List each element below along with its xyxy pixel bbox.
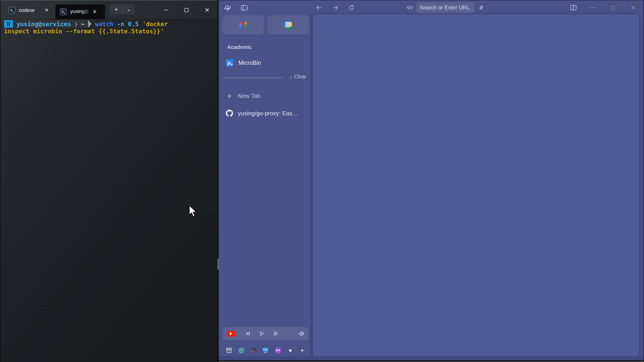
workspace-earth-icon[interactable] bbox=[236, 345, 247, 356]
minimize-icon bbox=[164, 10, 168, 10]
forward-button[interactable] bbox=[332, 3, 340, 12]
youtube-icon[interactable] bbox=[227, 331, 235, 337]
gmail-icon bbox=[238, 21, 248, 28]
terminal-prompt-line: N yusing@services ❯ ~ watch -n 0.5 'dock… bbox=[4, 20, 168, 28]
essential-tab-gmail[interactable] bbox=[222, 15, 264, 34]
browser-bottom-edge bbox=[219, 356, 643, 362]
maximize-icon bbox=[184, 8, 188, 12]
terminal-new-tab-button[interactable]: + bbox=[110, 6, 122, 12]
next-track-button[interactable] bbox=[273, 331, 278, 337]
terminal-screen[interactable]: N yusing@services ❯ ~ watch -n 0.5 'dock… bbox=[0, 19, 217, 362]
essential-tab-google-calendar[interactable]: 21 bbox=[268, 15, 309, 34]
screen: >_ codese ✕ >_ yusing@ ✕ + ⌄ ✕ bbox=[0, 0, 644, 362]
workspace-dot-indicator[interactable] bbox=[284, 345, 296, 356]
powershell-icon: >_ bbox=[8, 7, 15, 14]
tab-title: MicroBin bbox=[238, 59, 261, 66]
prompt-node-badge: N bbox=[4, 20, 13, 28]
terminal-window: >_ codese ✕ >_ yusing@ ✕ + ⌄ ✕ bbox=[0, 0, 217, 362]
terminal-maximize-button[interactable] bbox=[176, 1, 197, 19]
github-icon bbox=[226, 110, 233, 117]
plus-icon: + bbox=[227, 92, 232, 100]
terminal-tab-label: yusing@ bbox=[70, 8, 90, 14]
tab-close-icon[interactable]: ✕ bbox=[45, 8, 49, 13]
browser-window: ✕ 21 bbox=[219, 0, 644, 362]
powershell-icon: >_ bbox=[60, 8, 67, 15]
play-button[interactable] bbox=[259, 331, 265, 337]
tab-title: yusing/go-proxy: Easy… bbox=[238, 110, 300, 117]
back-button[interactable] bbox=[315, 3, 323, 12]
new-tab-button[interactable]: + New Tab bbox=[222, 89, 310, 102]
prompt-path: ~ bbox=[81, 20, 84, 27]
browser-minimize-button[interactable] bbox=[587, 3, 597, 12]
terminal-command: watch -n 0.5 'docker bbox=[95, 20, 168, 27]
microbin-icon: μ bbox=[226, 59, 234, 67]
url-input[interactable] bbox=[420, 4, 471, 11]
plus-icon: + bbox=[300, 347, 304, 354]
svg-text:21: 21 bbox=[286, 22, 290, 26]
terminal-minimize-button[interactable] bbox=[156, 1, 176, 19]
link-icon[interactable] bbox=[406, 4, 414, 11]
google-calendar-icon: 21 bbox=[284, 21, 292, 28]
workspace-label: Academic bbox=[227, 44, 252, 50]
movie-camera-glyph bbox=[250, 348, 257, 353]
reload-button[interactable] bbox=[348, 3, 356, 12]
terminal-new-tab-group: + ⌄ bbox=[110, 4, 135, 14]
mouse-cursor bbox=[188, 205, 198, 219]
prompt-user-segment: yusing@services ❯ ~ bbox=[13, 20, 88, 28]
url-bar[interactable] bbox=[416, 2, 474, 13]
terminal-tab-bar: >_ codese ✕ >_ yusing@ ✕ + ⌄ ✕ bbox=[0, 0, 217, 19]
maximize-icon bbox=[611, 6, 615, 9]
tabs-divider bbox=[223, 77, 283, 78]
divider-grip[interactable] bbox=[218, 259, 219, 270]
terminal-command-line2: inspect microbin --format {{.State.Statu… bbox=[4, 28, 164, 35]
prompt-user: yusing@services bbox=[16, 20, 71, 27]
browser-content-area bbox=[312, 14, 639, 356]
workspace-devil-icon[interactable] bbox=[272, 345, 284, 356]
split-view-button[interactable] bbox=[569, 3, 578, 12]
workspace-movie-camera-icon[interactable] bbox=[248, 345, 260, 356]
media-player bbox=[223, 327, 309, 340]
workspace-computer-icon[interactable] bbox=[260, 345, 271, 356]
terminal-tab-dropdown-button[interactable]: ⌄ bbox=[123, 8, 135, 11]
terminal-tab-yusing[interactable]: >_ yusing@ ✕ bbox=[56, 4, 105, 19]
clear-label: Clear bbox=[294, 74, 306, 80]
workspace-switcher: + bbox=[219, 345, 312, 356]
browser-close-button[interactable]: ✕ bbox=[628, 3, 638, 12]
terminal-tab-codese[interactable]: >_ codese ✕ bbox=[4, 4, 53, 16]
terminal-caption-buttons: ✕ bbox=[156, 1, 217, 19]
new-tab-label: New Tab bbox=[238, 92, 260, 99]
tab-close-icon[interactable]: ✕ bbox=[92, 9, 96, 14]
terminal-tab-label: codese bbox=[19, 7, 35, 13]
arrow-down-icon: ↓ bbox=[290, 74, 292, 80]
prompt-chevron: ❯ bbox=[74, 20, 78, 27]
volume-icon[interactable] bbox=[298, 331, 304, 337]
workspace-archive-icon[interactable] bbox=[223, 345, 235, 356]
toolbar-settings-sliders-icon[interactable] bbox=[477, 4, 485, 11]
desktop-computer-glyph bbox=[262, 347, 269, 354]
browser-maximize-button[interactable] bbox=[608, 3, 618, 12]
add-workspace-button[interactable]: + bbox=[296, 345, 308, 356]
previous-track-button[interactable] bbox=[245, 331, 251, 337]
clear-tabs-button[interactable]: ↓ Clear bbox=[290, 74, 306, 80]
pinned-tab-microbin[interactable]: μ MicroBin bbox=[222, 56, 310, 69]
minimize-icon bbox=[590, 7, 594, 8]
tab-go-proxy[interactable]: yusing/go-proxy: Easy… bbox=[222, 107, 310, 120]
close-icon: ✕ bbox=[631, 4, 636, 11]
prompt-arrow-separator bbox=[88, 20, 92, 28]
terminal-close-button[interactable]: ✕ bbox=[197, 1, 217, 19]
close-icon: ✕ bbox=[204, 7, 210, 13]
browser-sidebar: 21 Academic μ MicroBin ↓ Clear + New Tab bbox=[219, 0, 312, 362]
